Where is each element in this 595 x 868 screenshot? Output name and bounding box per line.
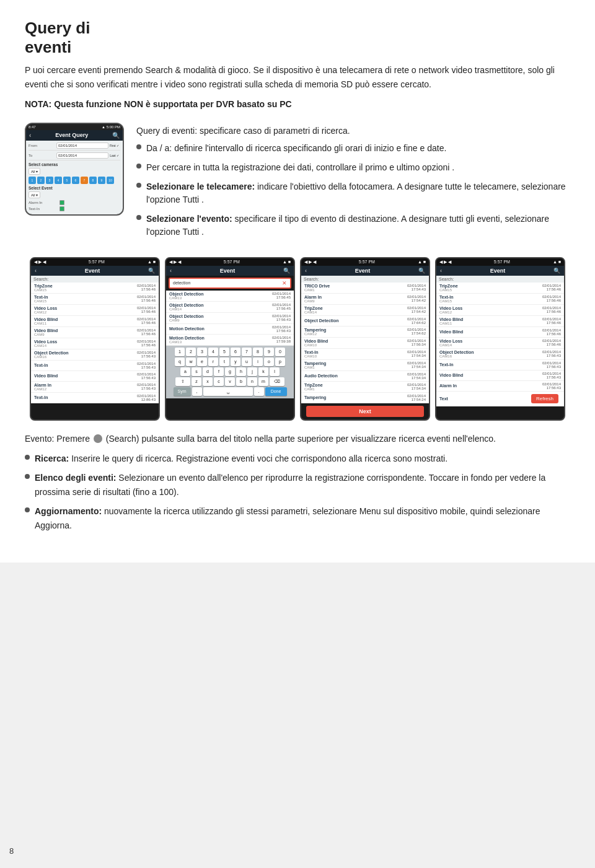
- ss3-search-icon[interactable]: 🔍: [418, 268, 425, 274]
- channel-7[interactable]: 7: [81, 177, 88, 184]
- list-item[interactable]: Text-In 02/01/201417:56:43: [436, 360, 564, 370]
- channel-10[interactable]: 10: [107, 177, 114, 184]
- key-9[interactable]: 9: [264, 348, 274, 356]
- key-e[interactable]: e: [197, 357, 207, 366]
- key-x[interactable]: x: [203, 377, 213, 386]
- key-y[interactable]: y: [231, 357, 240, 366]
- list-item[interactable]: Text-InCAM15 02/01/201417:56:46: [31, 294, 159, 305]
- channel-8[interactable]: 8: [89, 177, 97, 184]
- list-item[interactable]: Video LossCAM12 02/01/201417:56:46: [31, 305, 159, 316]
- text-in-check[interactable]: [60, 206, 64, 211]
- key-t[interactable]: t: [219, 357, 229, 366]
- key-b[interactable]: b: [236, 377, 246, 386]
- list-item[interactable]: Object DetectionCAM14 02/01/201417:56:45: [166, 302, 294, 313]
- list-item[interactable]: Text Refresh: [436, 392, 564, 406]
- list-item[interactable]: TamperingCAM1 02/01/201417:54:34: [301, 360, 429, 371]
- list-item[interactable]: Video Blind 02/01/201417:56:43: [31, 371, 159, 382]
- key-n[interactable]: n: [247, 377, 257, 386]
- key-5[interactable]: 5: [219, 348, 229, 356]
- list-item[interactable]: Motion DetectionCAM13 02/01/201417:59:38: [166, 335, 294, 346]
- key-2[interactable]: 2: [186, 348, 196, 356]
- key-g[interactable]: g: [225, 367, 235, 376]
- channel-6[interactable]: 6: [72, 177, 79, 184]
- list-item[interactable]: Video LossCAM12 02/01/201417:56:46: [436, 305, 564, 316]
- ss2-search-icon[interactable]: 🔍: [283, 268, 290, 274]
- key-c[interactable]: c: [214, 377, 224, 386]
- list-item[interactable]: TRICO DriveCAM1 02/01/201417:54:43: [301, 283, 429, 294]
- channel-1[interactable]: 1: [29, 177, 36, 184]
- list-item[interactable]: Motion Detection 02/01/201417:56:43: [166, 324, 294, 335]
- list-item[interactable]: TripZoneCAM14 02/01/201417:54:42: [301, 305, 429, 316]
- key-4[interactable]: 4: [208, 348, 218, 356]
- list-item[interactable]: Alarm InCAM9 02/01/201417:54:42: [301, 294, 429, 305]
- key-h[interactable]: h: [236, 367, 246, 376]
- list-item[interactable]: Video BlindCAM9 02/01/201417:56:46: [31, 327, 159, 338]
- ss2-clear-icon[interactable]: ✕: [282, 280, 287, 286]
- key-shift[interactable]: ⇧: [175, 377, 190, 386]
- list-item[interactable]: Text-In 02/01/201412:86:43: [31, 393, 159, 403]
- ss2-search-input[interactable]: detection: [173, 281, 282, 285]
- list-item[interactable]: Video BlindCAM11 02/01/201417:56:46: [436, 316, 564, 327]
- list-item[interactable]: Object DetectionCAM16 02/01/201417:56:43: [436, 349, 564, 360]
- key-done[interactable]: Done: [265, 387, 287, 396]
- key-6[interactable]: 6: [231, 348, 240, 356]
- next-button[interactable]: Next: [306, 406, 424, 417]
- key-7[interactable]: 7: [242, 348, 252, 356]
- key-0[interactable]: 0: [275, 348, 285, 356]
- channel-4[interactable]: 4: [55, 177, 62, 184]
- key-s[interactable]: s: [192, 367, 201, 376]
- list-item[interactable]: Video Blind 02/01/201417:56:46: [436, 327, 564, 338]
- alarm-in-check[interactable]: [60, 200, 64, 205]
- list-item[interactable]: TripZoneCAM15 02/01/201417:56:46: [31, 283, 159, 294]
- key-v[interactable]: v: [225, 377, 235, 386]
- ss1-search-icon[interactable]: 🔍: [148, 268, 155, 274]
- list-item[interactable]: Alarm InCAM12 02/01/201417:56:43: [31, 382, 159, 393]
- key-8[interactable]: 8: [253, 348, 263, 356]
- key-period[interactable]: .: [254, 387, 264, 396]
- list-item[interactable]: Video BlindCAM10 02/01/201417:56:34: [301, 338, 429, 349]
- list-item[interactable]: Video LossCAM14 02/01/201417:56:46: [31, 338, 159, 349]
- key-sym[interactable]: Sym: [174, 387, 191, 396]
- ss4-search-icon[interactable]: 🔍: [553, 268, 560, 274]
- channel-2[interactable]: 2: [37, 177, 45, 184]
- list-item[interactable]: TripZoneCAM1 02/01/201417:54:34: [301, 382, 429, 393]
- key-j[interactable]: j: [247, 367, 257, 376]
- key-space[interactable]: ␣: [203, 387, 253, 396]
- list-item[interactable]: Video BlindCAM11 02/01/201417:56:46: [31, 316, 159, 327]
- list-item[interactable]: Alarm In 02/01/201417:56:43: [436, 381, 564, 392]
- key-r[interactable]: r: [208, 357, 218, 366]
- key-f[interactable]: f: [214, 367, 224, 376]
- key-3[interactable]: 3: [197, 348, 207, 356]
- key-1[interactable]: 1: [175, 348, 185, 356]
- key-z[interactable]: z: [192, 377, 201, 386]
- key-w[interactable]: w: [186, 357, 196, 366]
- key-p[interactable]: p: [275, 357, 285, 366]
- list-item[interactable]: Video LossCAM14 02/01/201417:56:46: [436, 338, 564, 349]
- list-item[interactable]: Object DetectionCAM13 02/01/201417:56:45: [166, 291, 294, 302]
- list-item[interactable]: Text-In 02/01/201417:56:43: [31, 361, 159, 371]
- key-d[interactable]: d: [203, 367, 213, 376]
- list-item[interactable]: Object Detection 02/01/201417:64:62: [301, 316, 429, 327]
- refresh-button[interactable]: Refresh: [531, 394, 558, 403]
- key-backspace[interactable]: ⌫: [270, 377, 284, 386]
- key-u[interactable]: u: [242, 357, 252, 366]
- key-i[interactable]: i: [253, 357, 263, 366]
- list-item[interactable]: Object DetectionCAM9 02/01/201417:56:43: [166, 313, 294, 324]
- channel-3[interactable]: 3: [46, 177, 53, 184]
- phone-search-icon[interactable]: 🔍: [112, 132, 120, 139]
- list-item[interactable]: TamperingCAM12 02/01/201417:54:62: [301, 327, 429, 338]
- list-item[interactable]: Tampering 02/01/201417:54:24: [301, 393, 429, 403]
- ss2-search-bar[interactable]: detection ✕: [169, 278, 291, 289]
- key-comma[interactable]: ,: [192, 387, 202, 396]
- key-a[interactable]: a: [180, 367, 190, 376]
- key-o[interactable]: o: [264, 357, 274, 366]
- list-item[interactable]: Text-InCAM15 02/01/201417:56:46: [436, 294, 564, 305]
- key-k[interactable]: k: [258, 367, 268, 376]
- list-item[interactable]: Object DetectionCAM16 02/01/201417:56:43: [31, 349, 159, 361]
- channel-5[interactable]: 5: [63, 177, 71, 184]
- list-item[interactable]: Text-InCAM10 02/01/201417:54:34: [301, 349, 429, 360]
- key-m[interactable]: m: [258, 377, 268, 386]
- list-item[interactable]: Video Blind 02/01/201417:56:43: [436, 370, 564, 381]
- key-l[interactable]: l: [270, 367, 280, 376]
- list-item[interactable]: Audio Detection 02/01/201417:54:34: [301, 371, 429, 382]
